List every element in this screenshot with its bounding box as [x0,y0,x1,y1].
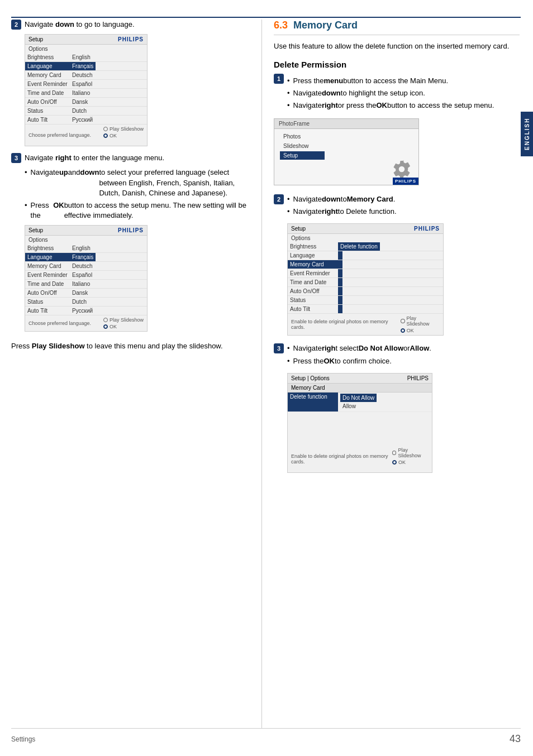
setup-row-event-2: Event Reminder Español [25,271,147,280]
right-step-1-badge: 1 [274,74,284,84]
setup-label-2: Setup [28,227,43,233]
allow-philips: PHILIPS [407,375,429,381]
radio-group-1: Play Slideshow OK [103,126,144,144]
top-border [11,17,521,18]
photoframe-menu: Photos Slideshow Setup [274,129,330,185]
setup-row-autoonoff-1: Auto On/Off Dansk [25,98,147,107]
setup-row-event-1: Event Reminder Español [25,80,147,89]
option-do-not-allow: Do Not Allow [340,394,377,402]
setup-row-status-2: Status Dutch [25,298,147,307]
setup-mock-1: Setup PHILIPS Options Brightness English… [25,34,147,146]
right-bullet-down: Navigate down to highlight the setup ico… [287,88,494,98]
philips-logo-delete: PHILIPS [414,226,440,232]
radio-play-delete [401,319,405,323]
photoframe-mock: PhotoFrame Photos Slideshow Setup PHILIP… [274,118,419,185]
setup-row-language-2: Language Français [25,253,147,262]
page-footer: Settings 43 [11,728,521,745]
right-column: 6.3 Memory Card Use this feature to allo… [274,20,520,480]
allow-spacer [288,412,432,446]
radio-group-allow: Play Slideshow OK [392,447,429,471]
photoframe-header: PhotoFrame [274,119,418,129]
photoframe-slideshow: Slideshow [280,142,325,150]
right-step-3-content: Navigate right select Do Not Allow or Al… [287,343,431,368]
delete-row-event: Event Reminder [288,269,443,278]
right-bullet-memcard: Navigate down to Memory Card. [287,194,397,204]
allow-options: Do Not Allow Allow [338,393,379,412]
radio-ok-delete [401,328,405,333]
radio-play-1 [103,127,108,131]
intro-text: Use this feature to allow the delete fun… [274,41,520,52]
setup-row-memcard-1: Memory Card Deutsch [25,71,147,80]
allow-header-label: Setup | Options [291,375,330,381]
setup-row-autotilt-1: Auto Tilt Русский [25,116,147,125]
footer-settings-label: Settings [11,735,35,743]
column-divider [261,20,262,728]
photoframe-setup: Setup [280,151,325,160]
right-bullet-ok-confirm: Press the OK to confirm choice. [287,356,431,366]
delete-row-autoonoff: Auto On/Off [288,287,443,296]
right-step-2-row: 2 Navigate down to Memory Card. Navigate… [274,194,520,219]
step-3-bullets: Navigate up and down to select your pref… [25,168,251,221]
gear-icon [391,158,413,180]
right-bullet-menu: Press the menu button to access the Main… [287,76,494,86]
english-tab: ENGLISH [521,112,533,156]
photoframe-label: PhotoFrame [279,121,310,127]
setup-footer-1: Choose preferred language. Play Slidesho… [25,125,147,146]
section-number: 6.3 [274,20,288,31]
delete-row-memcard: Memory Card [288,260,443,269]
step-3-row: 3 Navigate right to enter the language m… [11,153,251,163]
setup-row-time-2: Time and Date Italiano [25,280,147,289]
right-step-2-content: Navigate down to Memory Card. Navigate r… [287,194,397,219]
setup-options-1: Options [25,45,147,53]
right-step-1-bullets: Press the menu button to access the Main… [287,76,494,113]
philips-logo-1: PHILIPS [118,36,144,42]
option-allow: Allow [340,402,377,410]
allow-delete-label: Delete function [288,393,338,412]
setup-row-memcard-2: Memory Card Deutsch [25,262,147,271]
photoframe-photos: Photos [280,132,325,141]
radio-ok-1 [103,133,108,138]
allow-subheader: Memory Card [288,384,432,393]
section-header: 6.3 Memory Card [274,20,520,35]
setup-mock-delete-header: Setup PHILIPS [288,224,443,234]
footer-page-number: 43 [510,733,521,745]
step-2-row: 2 Navigate down to go to language. [11,20,251,30]
right-step-3-row: 3 Navigate right select Do Not Allow or … [274,343,520,368]
step-2-badge: 2 [11,20,21,30]
setup-row-brightness-1: Brightness English [25,53,147,62]
setup-options-2: Options [25,236,147,244]
delete-row-autotilt: Auto Tilt [288,305,443,314]
setup-row-status-1: Status Dutch [25,107,147,116]
right-bullet-allow: Navigate right select Do Not Allow or Al… [287,343,431,353]
right-step-2: 2 Navigate down to Memory Card. Navigate… [274,194,520,219]
setup-delete-footer: Enable to delete original photos on memo… [288,314,443,335]
radio-group-delete: Play Slideshow OK [401,315,440,333]
setup-mock-2-header: Setup PHILIPS [25,226,147,236]
bullet-ok-1: Press the OK button to access the setup … [25,200,251,221]
section-title: Memory Card [293,20,358,31]
step-3-main-text: Navigate right to enter the language men… [25,153,164,163]
radio-ok-allow [392,460,397,465]
step-3-section: 3 Navigate right to enter the language m… [11,153,251,221]
delete-row-time: Time and Date [288,278,443,287]
delete-permission-heading: Delete Permission [274,60,520,69]
photoframe-philips: PHILIPS [393,178,418,185]
delete-row-brightness: Brightness Delete function [288,242,443,251]
setup-mock-2: Setup PHILIPS Options Brightness English… [25,225,147,332]
setup-delete-options: Options [288,234,443,242]
setup-label-1: Setup [28,36,43,42]
delete-row-language: Language [288,251,443,260]
radio-play-allow [392,451,396,455]
philips-logo-2: PHILIPS [118,227,144,233]
allow-mock: Setup | Options PHILIPS Memory Card Dele… [287,373,432,473]
allow-footer: Enable to delete original photos on memo… [288,446,432,472]
setup-mock-delete: Setup PHILIPS Options Brightness Delete … [287,223,444,336]
radio-play-2 [103,318,108,322]
right-bullet-delete-fn: Navigate right to Delete function. [287,207,397,217]
setup-mock-1-header: Setup PHILIPS [25,35,147,45]
delete-row-status: Status [288,296,443,305]
radio-ok-2 [103,324,108,329]
right-bullet-right: Navigate right or press the OK button to… [287,101,494,111]
setup-row-time-1: Time and Date Italiano [25,89,147,98]
right-step-3-badge: 3 [274,343,284,353]
